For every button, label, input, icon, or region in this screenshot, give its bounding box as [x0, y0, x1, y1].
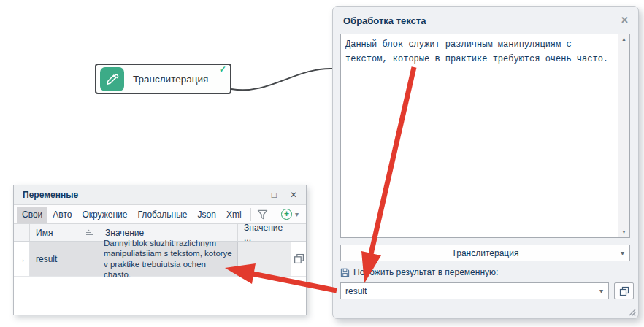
cell-value-extra[interactable]	[238, 242, 291, 276]
more-options-button[interactable]: ▾	[295, 210, 299, 218]
cell-name[interactable]: result	[30, 242, 99, 276]
copy-button[interactable]	[614, 282, 634, 299]
copy-row-button[interactable]	[291, 242, 306, 276]
save-icon	[340, 268, 350, 277]
variable-combobox[interactable]: result ▾	[340, 282, 609, 299]
chevron-down-icon: ▾	[599, 287, 603, 294]
chevron-down-icon: ▾	[621, 249, 624, 256]
flow-canvas: Транслитерация ✓ Обработка текста ✕ Данн…	[0, 0, 644, 327]
variables-titlebar: Переменные □ ✕	[14, 185, 306, 205]
variables-window: Переменные □ ✕ Свои Авто Окружение Глоба…	[13, 185, 307, 315]
node-label: Транслитерация	[133, 74, 208, 85]
variables-title: Переменные	[23, 190, 78, 200]
header-gutter	[14, 224, 30, 241]
header-name[interactable]: Имя	[30, 224, 99, 241]
text-input[interactable]: Данный блок служит различным манипуляция…	[340, 34, 630, 238]
toolbar-separator	[250, 208, 251, 221]
panel-title: Обработка текста	[343, 15, 426, 26]
save-result-row: Положить результат в переменную:	[340, 267, 498, 277]
close-icon[interactable]: ✕	[290, 190, 297, 200]
scroll-down-icon[interactable]: ▼	[621, 229, 626, 235]
header-value-extra[interactable]: Значение ...	[238, 224, 291, 241]
close-icon[interactable]: ✕	[621, 15, 629, 26]
table-row[interactable]: → result Dannyi blok sluzhit razlichnym …	[14, 242, 306, 277]
copy-icon	[294, 253, 304, 264]
maximize-icon[interactable]: □	[272, 190, 277, 200]
scrollbar[interactable]: ▲ ▼	[618, 34, 629, 237]
save-result-label: Положить результат в переменную:	[353, 267, 498, 277]
tab-json[interactable]: Json	[193, 207, 221, 223]
tab-avto[interactable]: Авто	[47, 207, 77, 223]
filter-button[interactable]	[255, 207, 271, 222]
operation-dropdown[interactable]: Транслитерация ▾	[340, 245, 630, 261]
variable-combobox-value: result	[345, 286, 367, 296]
tab-svoi[interactable]: Свои	[17, 207, 47, 223]
resize-grip[interactable]	[627, 307, 636, 316]
copy-icon	[619, 286, 629, 296]
tab-okruzhenie[interactable]: Окружение	[77, 207, 132, 223]
checkmark-icon: ✓	[219, 64, 226, 74]
add-variable-button[interactable]: +	[279, 207, 295, 222]
node-transliteration[interactable]: Транслитерация ✓	[95, 64, 231, 94]
tab-xml[interactable]: Xml	[221, 207, 247, 223]
filter-icon	[257, 209, 268, 220]
variables-tabbar: Свои Авто Окружение Глобальные Json Xml …	[14, 205, 306, 224]
plus-circle-icon: +	[281, 209, 292, 220]
operation-dropdown-value: Транслитерация	[452, 248, 519, 258]
row-indicator: →	[14, 242, 30, 276]
header-actions	[291, 224, 306, 241]
sort-icon	[86, 229, 94, 236]
cell-value[interactable]: Dannyi blok sluzhit razlichnym manipulia…	[99, 242, 238, 276]
scroll-up-icon[interactable]: ▲	[621, 36, 626, 42]
tab-globalnye[interactable]: Глобальные	[132, 207, 192, 223]
text-processing-panel: Обработка текста ✕ Данный блок служит ра…	[332, 6, 639, 319]
arrow-right-icon: →	[18, 254, 26, 264]
pencil-icon	[100, 67, 124, 91]
text-input-value: Данный блок служит различным манипуляция…	[345, 37, 613, 234]
toolbar-separator	[275, 208, 275, 221]
